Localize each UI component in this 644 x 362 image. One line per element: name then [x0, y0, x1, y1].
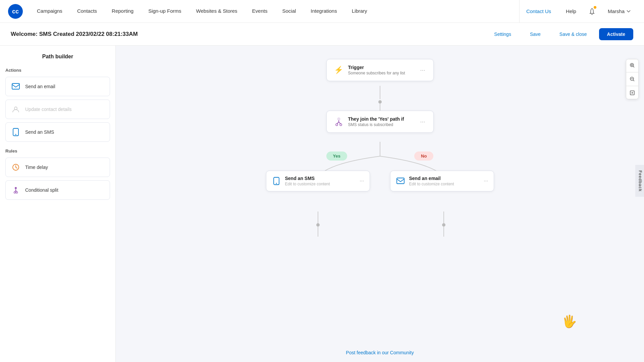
page-title: Welcome: SMS Created 2023/02/22 08:21:33… [11, 31, 482, 38]
split-content: They join the 'Yes' path if SMS status i… [348, 116, 415, 127]
activate-button[interactable]: Activate [599, 28, 633, 40]
sidebar-title: Path builder [5, 54, 110, 60]
svg-point-23 [442, 223, 445, 227]
email-branch-icon [396, 176, 405, 186]
settings-button[interactable]: Settings [487, 29, 518, 40]
flow-canvas[interactable]: ⚡ Trigger Someone subscribes for any lis… [116, 46, 644, 362]
branch-badges: Yes No [246, 152, 514, 161]
branch-sms-subtitle: Edit to customize content [285, 182, 356, 186]
feedback-tab[interactable]: Feedback [635, 165, 644, 197]
nav-websites-stores[interactable]: Websites & Stores [189, 0, 245, 23]
branch-email-title: Send an email [409, 176, 480, 181]
send-email-label: Send an email [25, 84, 55, 89]
main-layout: Path builder Actions Send an email Updat… [0, 46, 644, 362]
split-node[interactable]: They join the 'Yes' path if SMS status i… [326, 111, 434, 133]
rules-label: Rules [5, 148, 110, 154]
trigger-subtitle: Someone subscribes for any list [348, 71, 415, 75]
svg-point-4 [14, 107, 17, 110]
nav-notifications[interactable] [584, 0, 600, 23]
sidebar-update-contact[interactable]: Update contact details [5, 100, 110, 119]
split-node-row: They join the 'Yes' path if SMS status i… [246, 111, 514, 133]
nav-user-menu[interactable]: Marsha [602, 0, 636, 23]
contact-icon [11, 105, 20, 114]
community-footer-link[interactable]: Post feedback in our Community [346, 350, 414, 355]
nav-events[interactable]: Events [245, 0, 275, 23]
email-icon [11, 82, 20, 91]
split-subtitle: SMS status is subscribed [348, 122, 415, 127]
actions-label: Actions [5, 68, 110, 73]
trigger-node[interactable]: ⚡ Trigger Someone subscribes for any lis… [326, 59, 434, 81]
sms-icon [11, 127, 20, 137]
send-sms-label: Send an SMS [25, 129, 54, 135]
branch-sms-content: Send an SMS Edit to customize content [285, 176, 356, 186]
time-delay-label: Time delay [25, 165, 48, 170]
trigger-icon: ⚡ [333, 65, 344, 75]
nav-integrations[interactable]: Integrations [303, 0, 344, 23]
svg-point-9 [14, 192, 16, 193]
clock-icon [11, 163, 20, 172]
zoom-divider-2 [626, 86, 638, 86]
header-bar: Welcome: SMS Created 2023/02/22 08:21:33… [0, 23, 644, 46]
nav-right: Contact Us Help Marsha [519, 0, 636, 23]
notification-badge [594, 6, 596, 9]
trigger-menu-button[interactable]: ··· [419, 65, 426, 75]
nav-library[interactable]: Library [344, 0, 375, 23]
svg-point-10 [16, 192, 18, 193]
trigger-title: Trigger [348, 65, 415, 70]
svg-point-6 [15, 134, 16, 135]
branch-sms-node[interactable]: Send an SMS Edit to customize content ··… [266, 171, 370, 191]
branch-email-node[interactable]: Send an email Edit to customize content … [390, 171, 494, 191]
split-menu-button[interactable]: ··· [419, 117, 426, 127]
zoom-divider-1 [626, 72, 638, 72]
svg-point-25 [337, 118, 340, 120]
zoom-fit-button[interactable] [626, 87, 638, 99]
svg-point-8 [15, 187, 17, 189]
branch-email-menu-button[interactable]: ··· [484, 178, 488, 184]
nav-reporting[interactable]: Reporting [104, 0, 141, 23]
cursor-indicator: 🖐 [562, 314, 577, 328]
navbar: cc Campaigns Contacts Reporting Sign-up … [0, 0, 644, 23]
split-icon [11, 185, 20, 195]
trigger-node-row: ⚡ Trigger Someone subscribes for any lis… [246, 59, 514, 81]
nav-social[interactable]: Social [275, 0, 303, 23]
zoom-in-button[interactable] [626, 59, 638, 71]
conditional-split-label: Conditional split [25, 187, 58, 193]
path-builder-sidebar: Path builder Actions Send an email Updat… [0, 46, 116, 362]
branch-email-content: Send an email Edit to customize content [409, 176, 480, 186]
nav-help[interactable]: Help [560, 0, 582, 23]
branch-sms-menu-button[interactable]: ··· [360, 178, 364, 184]
svg-rect-3 [12, 83, 19, 89]
nav-contacts[interactable]: Contacts [70, 0, 104, 23]
no-badge[interactable]: No [414, 152, 433, 161]
save-button[interactable]: Save [523, 29, 547, 40]
svg-text:cc: cc [12, 8, 19, 15]
split-icon-node [333, 116, 344, 127]
yes-badge[interactable]: Yes [326, 152, 347, 161]
svg-point-2 [591, 14, 592, 15]
nav-campaigns[interactable]: Campaigns [30, 0, 70, 23]
nav-username: Marsha [608, 8, 625, 14]
logo[interactable]: cc [8, 4, 23, 19]
nav-links: Campaigns Contacts Reporting Sign-up For… [30, 0, 519, 23]
zoom-out-button[interactable] [626, 73, 638, 85]
zoom-controls [626, 59, 639, 99]
branch-sms-title: Send an SMS [285, 176, 356, 181]
save-close-button[interactable]: Save & close [553, 29, 594, 40]
sidebar-conditional-split[interactable]: Conditional split [5, 180, 110, 200]
update-contact-label: Update contact details [25, 107, 72, 112]
sms-branch-icon [272, 176, 281, 186]
split-title: They join the 'Yes' path if [348, 116, 415, 122]
nav-contact-us[interactable]: Contact Us [519, 0, 558, 23]
branch-nodes: Send an SMS Edit to customize content ··… [246, 171, 514, 191]
svg-point-29 [276, 183, 277, 184]
branch-email-subtitle: Edit to customize content [409, 182, 480, 186]
svg-rect-30 [397, 178, 404, 184]
svg-point-20 [316, 223, 320, 227]
sidebar-send-sms[interactable]: Send an SMS [5, 122, 110, 142]
trigger-content: Trigger Someone subscribes for any list [348, 65, 415, 75]
sidebar-time-delay[interactable]: Time delay [5, 158, 110, 177]
sidebar-send-email[interactable]: Send an email [5, 77, 110, 96]
nav-signup-forms[interactable]: Sign-up Forms [141, 0, 189, 23]
